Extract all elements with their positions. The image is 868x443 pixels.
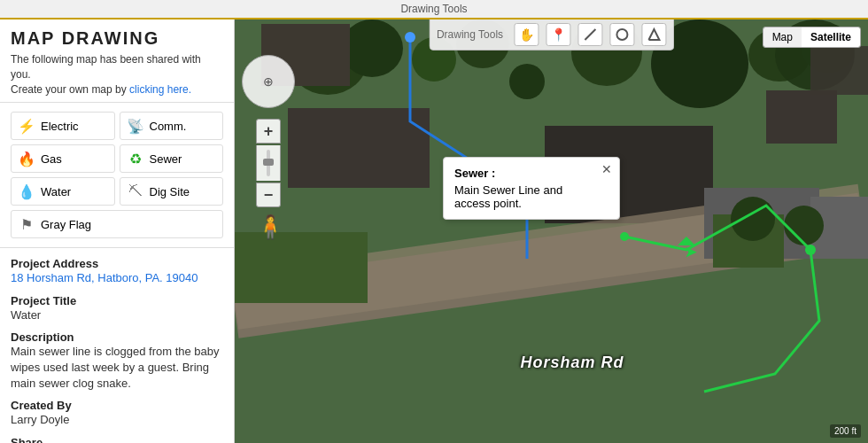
legend-gas[interactable]: 🔥 Gas [11,144,115,173]
created-value: Larry Doyle [11,412,223,428]
digsite-icon: ⛏ [126,182,145,201]
electric-icon: ⚡ [17,116,36,136]
legend-digsite-label: Dig Site [150,185,190,198]
comm-icon: 📡 [126,116,145,136]
flag-icon: ⚑ [17,214,36,234]
address-value: 18 Horsham Rd, Hatboro, PA. 19040 [11,270,223,286]
map-controls: ⊕ + − 🧍 [242,55,295,237]
sidebar-subtitle: The following map has been shared with y… [11,52,223,97]
road-label: Horsham Rd [520,354,624,372]
address-block: Project Address 18 Horsham Rd, Hatboro, … [11,257,223,286]
share-label: Share [11,436,223,443]
compass-icon: ⊕ [263,74,274,89]
legend-water-label: Water [41,185,71,198]
polygon-tool-button[interactable] [641,23,666,46]
legend-grid: ⚡ Electric 📡 Comm. 🔥 Gas ♻ Sewer 💧 Water… [0,103,234,248]
satellite-view-button[interactable]: Satellite [802,27,860,47]
legend-comm-label: Comm. [150,120,187,133]
popup-body: Main Sewer Line and access point. [454,183,594,210]
hand-tool-button[interactable]: ✋ [514,23,539,46]
legend-grayflag[interactable]: ⚑ Gray Flag [11,210,223,238]
description-value: Main sewer line is clogged from the baby… [11,344,223,392]
project-info: Project Address 18 Horsham Rd, Hatboro, … [0,248,234,443]
address-label: Project Address [11,257,223,270]
legend-grayflag-label: Gray Flag [41,218,91,231]
title-block: Project Title Water [11,294,223,323]
legend-gas-label: Gas [41,152,62,166]
popup-close-button[interactable]: ✕ [601,162,612,176]
legend-sewer-label: Sewer [150,152,182,166]
info-popup: ✕ Sewer : Main Sewer Line and access poi… [443,157,620,220]
marker-tool-button[interactable]: 📍 [546,23,570,46]
water-icon: 💧 [17,182,36,201]
legend-comm[interactable]: 📡 Comm. [120,112,224,140]
drawing-tools-toolbar: Drawing Tools ✋ 📍 [429,19,674,51]
create-map-link[interactable]: clicking here. [129,83,191,96]
legend-sewer[interactable]: ♻ Sewer [120,144,224,173]
pegman-marker[interactable]: 🧍 [256,214,284,241]
shape-tool-button[interactable] [609,23,634,46]
app-title: Map Drawing [11,28,223,49]
title-label: Project Title [11,294,223,307]
address-link[interactable]: 18 Horsham Rd, Hatboro, PA. 19040 [11,271,198,284]
legend-electric-label: Electric [41,120,79,133]
sewer-icon: ♻ [126,149,145,168]
description-block: Description Main sewer line is clogged f… [11,330,223,392]
legend-water[interactable]: 💧 Water [11,177,115,206]
nav-compass[interactable]: ⊕ [242,55,295,108]
sidebar: Map Drawing The following map has been s… [0,19,235,443]
zoom-scale: 200 ft [830,424,861,438]
drawing-tools-bar-label: Drawing Tools [0,0,868,19]
created-block: Created By Larry Doyle [11,399,223,428]
line-tool-button[interactable] [577,23,602,46]
sidebar-header: Map Drawing The following map has been s… [0,19,234,103]
description-label: Description [11,330,223,344]
legend-digsite[interactable]: ⛏ Dig Site [120,177,224,206]
map-view-button[interactable]: Map [763,27,802,47]
legend-electric[interactable]: ⚡ Electric [11,112,115,140]
title-value: Water [11,307,223,323]
map-area[interactable]: ➤ Drawing Tools ✋ 📍 ⊕ + − 🧍 [235,19,868,443]
gas-icon: 🔥 [17,149,36,168]
map-background [235,19,868,443]
zoom-in-button[interactable]: + [256,119,281,144]
zoom-out-button[interactable]: − [256,183,281,207]
created-label: Created By [11,399,223,412]
map-type-controls: Map Satellite [763,27,861,48]
drawing-tools-bar-title: Drawing Tools [437,28,503,41]
svg-line-6 [585,29,595,40]
share-block: Share [11,436,223,443]
drawing-tools-title: Drawing Tools [400,3,467,15]
svg-point-7 [616,29,627,40]
popup-title: Sewer : [454,167,594,180]
